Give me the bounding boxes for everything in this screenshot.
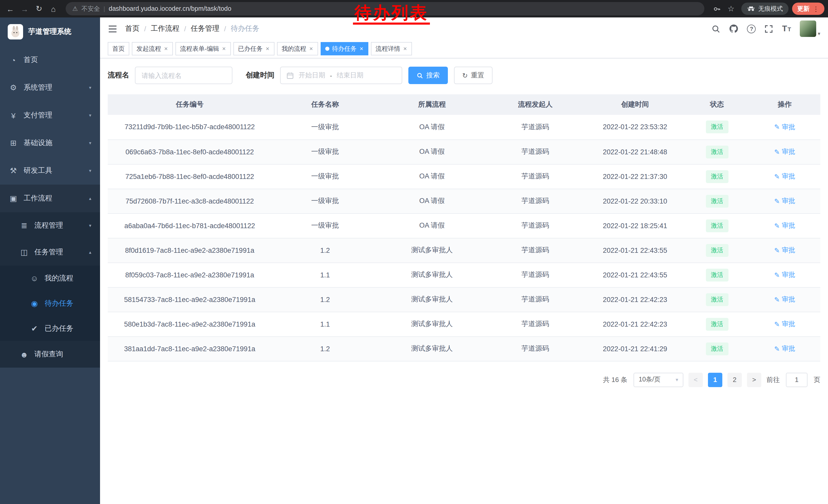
approve-link[interactable]: ✎ 审批	[774, 221, 795, 230]
fullscreen-icon[interactable]	[764, 25, 773, 33]
col-actions: 操作	[749, 94, 820, 115]
process-name-input[interactable]	[135, 67, 233, 84]
breadcrumb: 首页 / 工作流程 / 任务管理 / 待办任务	[125, 24, 259, 33]
chevron-down-icon: ▾	[89, 140, 91, 146]
cell-created: 2022-01-22 20:33:10	[585, 189, 685, 213]
goto-page-input[interactable]	[786, 372, 808, 387]
page-button-1[interactable]: 1	[708, 372, 722, 387]
menu-label: 工作流程	[24, 194, 52, 203]
approve-link[interactable]: ✎ 审批	[774, 319, 795, 329]
tab-start-process[interactable]: 发起流程 ×	[132, 42, 173, 55]
page-url: dashboard.yudao.iocoder.cn/bpm/task/todo	[109, 5, 232, 12]
user-avatar-menu[interactable]: ▾	[800, 20, 820, 37]
approve-link[interactable]: ✎ 审批	[774, 147, 795, 156]
search-button[interactable]: 搜索	[408, 67, 448, 84]
sidebar: 芋道管理系统 ◔ 首页 ⚙ 系统管理 ▾ ¥ 支付管理 ▾ ⊞	[0, 17, 100, 504]
close-icon[interactable]: ×	[359, 46, 364, 52]
cell-status: 激活	[685, 263, 749, 287]
approve-link[interactable]: ✎ 审批	[774, 270, 795, 279]
sidebar-item-done-tasks[interactable]: ✔ 已办任务	[0, 316, 100, 341]
approve-link[interactable]: ✎ 审批	[774, 245, 795, 255]
main-content: 首页 / 工作流程 / 任务管理 / 待办任务	[100, 17, 828, 504]
reset-button[interactable]: ↻ 重置	[454, 67, 493, 84]
home-button[interactable]: ⌂	[47, 2, 60, 15]
date-range-picker[interactable]: 开始日期 - 结束日期	[280, 67, 402, 84]
close-icon[interactable]: ×	[265, 46, 270, 52]
font-size-icon[interactable]: TT	[782, 25, 791, 33]
sidebar-item-leave-query[interactable]: ☻ 请假查询	[0, 341, 100, 368]
collapse-sidebar-button[interactable]	[108, 25, 118, 33]
sidebar-item-todo-tasks[interactable]: ◉ 待办任务	[0, 291, 100, 316]
cell-starter: 芋道源码	[485, 213, 585, 238]
password-key-button[interactable]	[710, 2, 723, 15]
approve-link[interactable]: ✎ 审批	[774, 295, 795, 304]
github-icon[interactable]	[729, 24, 739, 33]
close-icon[interactable]: ×	[309, 46, 314, 52]
tab-done-tasks[interactable]: 已办任务 ×	[234, 42, 275, 55]
approve-label: 审批	[782, 123, 795, 132]
sidebar-item-infrastructure[interactable]: ⊞ 基础设施 ▾	[0, 129, 100, 157]
page-button-2[interactable]: 2	[728, 372, 742, 387]
cell-task-name: 一级审批	[272, 115, 379, 139]
sidebar-item-system[interactable]: ⚙ 系统管理 ▾	[0, 74, 100, 101]
app-logo-row[interactable]: 芋道管理系统	[0, 17, 100, 46]
col-process: 所属流程	[379, 94, 486, 115]
sidebar-item-home[interactable]: ◔ 首页	[0, 46, 100, 74]
close-icon[interactable]: ×	[164, 46, 168, 52]
tab-home[interactable]: 首页	[108, 42, 129, 55]
prev-page-button[interactable]: <	[689, 372, 703, 387]
update-button[interactable]: 更新 ⋮	[792, 3, 824, 15]
col-created: 创建时间	[585, 94, 685, 115]
approve-link[interactable]: ✎ 审批	[774, 172, 795, 181]
status-badge: 激活	[706, 268, 728, 281]
sidebar-item-payment[interactable]: ¥ 支付管理 ▾	[0, 101, 100, 129]
table-row: 580e1b3d-7ac8-11ec-a9e2-a2380e71991a 1.1…	[108, 312, 820, 336]
breadcrumb-home[interactable]: 首页	[125, 24, 139, 33]
forward-button[interactable]: →	[18, 2, 31, 15]
cell-task-name: 一级审批	[272, 139, 379, 164]
cell-action: ✎ 审批	[749, 287, 820, 312]
cell-status: 激活	[685, 238, 749, 263]
sidebar-item-my-process[interactable]: ☺ 我的流程	[0, 266, 100, 291]
tab-label: 首页	[112, 44, 125, 53]
cell-task-name: 1.2	[272, 336, 379, 361]
cell-task-id: 73211d9d-7b9b-11ec-b5b7-acde48001122	[108, 115, 272, 139]
tab-todo-tasks[interactable]: 待办任务 ×	[321, 42, 368, 55]
approve-link[interactable]: ✎ 审批	[774, 123, 795, 132]
cell-starter: 芋道源码	[485, 263, 585, 287]
breadcrumb-task-management[interactable]: 任务管理	[191, 24, 219, 33]
approve-label: 审批	[782, 344, 795, 353]
sidebar-item-process-management[interactable]: ≣ 流程管理 ▾	[0, 212, 100, 239]
briefcase-icon: ▣	[9, 194, 18, 203]
help-icon[interactable]: ?	[747, 25, 756, 33]
approve-label: 审批	[782, 147, 795, 156]
close-icon[interactable]: ×	[403, 46, 407, 52]
chevron-up-icon: ▴	[89, 250, 91, 255]
cell-task-name: 1.2	[272, 238, 379, 263]
cell-action: ✎ 审批	[749, 312, 820, 336]
back-button[interactable]: ←	[4, 2, 17, 15]
tab-form-edit[interactable]: 流程表单-编辑 ×	[175, 42, 231, 55]
bookmark-star-button[interactable]: ☆	[724, 2, 738, 15]
search-icon[interactable]	[712, 25, 720, 33]
tab-my-process[interactable]: 我的流程 ×	[277, 42, 318, 55]
cell-starter: 芋道源码	[485, 189, 585, 213]
sidebar-item-devtools[interactable]: ⚒ 研发工具 ▾	[0, 157, 100, 185]
edit-icon: ✎	[774, 246, 780, 254]
close-icon[interactable]: ×	[222, 46, 226, 52]
incognito-icon	[747, 6, 755, 12]
page-size-select[interactable]: 10条/页 ▾	[633, 372, 683, 387]
approve-link[interactable]: ✎ 审批	[774, 196, 795, 205]
next-page-button[interactable]: >	[747, 372, 761, 387]
approve-link[interactable]: ✎ 审批	[774, 344, 795, 353]
breadcrumb-workflow[interactable]: 工作流程	[151, 24, 179, 33]
tabs-bar: 首页 发起流程 × 流程表单-编辑 × 已办任务 × 我的流程 ×	[100, 40, 828, 58]
reload-button[interactable]: ↻	[32, 2, 46, 15]
sidebar-item-workflow[interactable]: ▣ 工作流程 ▴	[0, 185, 100, 212]
sidebar-item-task-management[interactable]: ◫ 任务管理 ▴	[0, 239, 100, 266]
tab-process-detail[interactable]: 流程详情 ×	[371, 42, 412, 55]
page-size-value: 10条/页	[639, 375, 661, 384]
menu-label: 流程管理	[34, 221, 63, 230]
menu-label: 系统管理	[24, 83, 52, 92]
table-row: 069c6a63-7b8a-11ec-8ef0-acde48001122 一级审…	[108, 139, 820, 164]
